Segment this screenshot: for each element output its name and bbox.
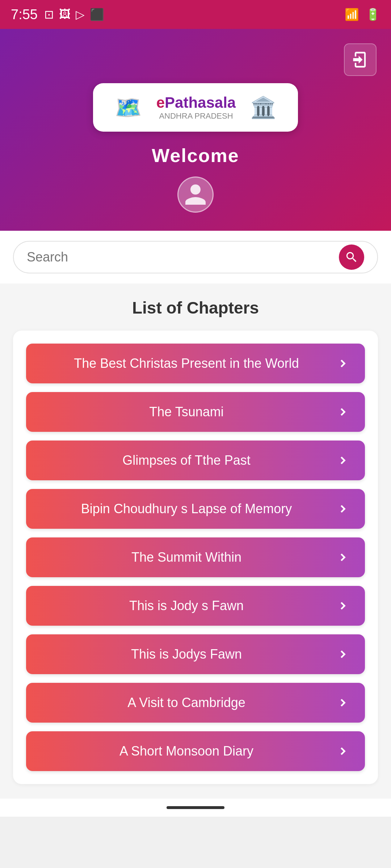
chevron-icon-1	[334, 354, 352, 373]
chevron-icon-8	[334, 694, 352, 712]
chevron-icon-4	[334, 500, 352, 518]
search-container	[0, 231, 391, 284]
logo-subtitle: ANDHRA PRADESH	[159, 111, 233, 121]
chevron-icon-9	[334, 742, 352, 760]
chapter-item-4[interactable]: Bipin Choudhury s Lapse of Memory	[26, 489, 365, 529]
bottom-indicator	[167, 806, 224, 809]
chevron-icon-3	[334, 451, 352, 469]
chapter-name-4: Bipin Choudhury s Lapse of Memory	[39, 501, 334, 516]
chapter-name-6: This is Jody s Fawn	[39, 598, 334, 613]
search-bar[interactable]	[13, 241, 378, 273]
photo-icon: 🖼	[59, 8, 71, 21]
chapter-section: List of Chapters The Best Christas Prese…	[0, 284, 391, 799]
hero-section: 🗺️ ePathasala ANDHRA PRADESH 🏛️ Welcome	[0, 29, 391, 231]
login-arrow-icon	[351, 50, 370, 69]
usb-icon: ⬛	[90, 8, 104, 21]
chapter-name-7: This is Jodys Fawn	[39, 647, 334, 662]
chapter-name-5: The Summit Within	[39, 550, 334, 565]
map-icon: 🗺️	[115, 95, 142, 120]
status-icons-right: 📶 🔋	[345, 8, 380, 21]
hero-top-row	[14, 43, 377, 76]
chapter-item-5[interactable]: The Summit Within	[26, 537, 365, 577]
box-icon: ⊡	[44, 8, 54, 21]
search-icon	[345, 250, 358, 264]
chapter-item-8[interactable]: A Visit to Cambridge	[26, 683, 365, 723]
chapter-item-1[interactable]: The Best Christas Present in the World	[26, 344, 365, 383]
status-time: 7:55	[11, 7, 38, 22]
chevron-icon-6	[334, 597, 352, 615]
user-avatar	[177, 176, 214, 213]
chevron-icon-2	[334, 403, 352, 421]
logo-text: ePathasala	[156, 94, 236, 111]
wifi-icon: 📶	[345, 8, 359, 21]
chapter-item-9[interactable]: A Short Monsoon Diary	[26, 731, 365, 771]
section-title: List of Chapters	[13, 298, 378, 318]
chapter-name-9: A Short Monsoon Diary	[39, 744, 334, 759]
chapters-list: The Best Christas Present in the WorldTh…	[13, 331, 378, 784]
play-icon: ▷	[76, 8, 85, 21]
bottom-bar	[0, 799, 391, 817]
chapter-name-1: The Best Christas Present in the World	[39, 356, 334, 371]
search-button[interactable]	[339, 244, 364, 270]
logo-card: 🗺️ ePathasala ANDHRA PRADESH 🏛️	[93, 83, 298, 132]
chapter-item-2[interactable]: The Tsunami	[26, 392, 365, 432]
chapter-name-3: Glimpses of Tthe Past	[39, 453, 334, 468]
welcome-label: Welcome	[152, 145, 239, 166]
login-button[interactable]	[344, 43, 377, 76]
chapter-item-6[interactable]: This is Jody s Fawn	[26, 586, 365, 626]
status-icons-left: ⊡ 🖼 ▷ ⬛	[44, 8, 104, 21]
emblem-icon: 🏛️	[250, 95, 276, 120]
avatar-icon	[183, 182, 208, 207]
battery-icon: 🔋	[366, 8, 380, 21]
chapter-name-2: The Tsunami	[39, 404, 334, 420]
search-input[interactable]	[27, 250, 332, 265]
chevron-icon-7	[334, 645, 352, 663]
chapter-item-3[interactable]: Glimpses of Tthe Past	[26, 441, 365, 480]
status-bar: 7:55 ⊡ 🖼 ▷ ⬛ 📶 🔋	[0, 0, 391, 29]
chapter-item-7[interactable]: This is Jodys Fawn	[26, 634, 365, 674]
chevron-icon-5	[334, 548, 352, 566]
chapter-name-8: A Visit to Cambridge	[39, 695, 334, 710]
